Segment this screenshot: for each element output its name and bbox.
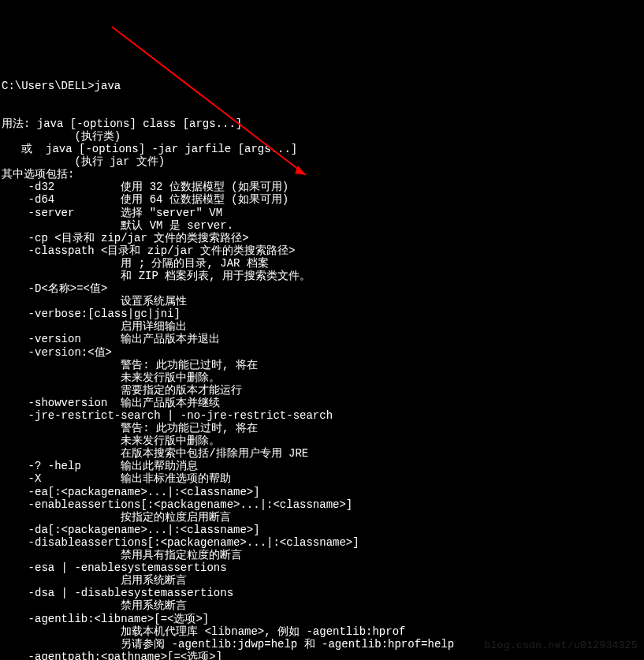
output-line: 启用系统断言: [2, 574, 642, 587]
output-line: 按指定的粒度启用断言: [2, 511, 642, 524]
output-line: -version:<值>: [2, 346, 642, 359]
output-line: -da[:<packagename>...|:<classname>]: [2, 524, 642, 536]
output-line: -classpath <目录和 zip/jar 文件的类搜索路径>: [2, 244, 642, 257]
output-line: -ea[:<packagename>...|:<classname>]: [2, 486, 642, 498]
output-line: 禁用具有指定粒度的断言: [2, 549, 642, 561]
output-line: 加载本机代理库 <libname>, 例如 -agentlib:hprof: [2, 625, 642, 638]
output-line: -dsa | -disablesystemassertions: [2, 587, 642, 599]
output-line: -showversion 输出产品版本并继续: [2, 397, 642, 409]
command-prompt-line: C:\Users\DELL>java: [2, 80, 642, 92]
output-line: 其中选项包括:: [2, 168, 642, 181]
output-line: 未来发行版中删除。: [2, 371, 642, 384]
output-line: -enableassertions[:<packagename>...|:<cl…: [2, 498, 642, 511]
output-line: -D<名称>=<值>: [2, 282, 642, 295]
terminal-output: C:\Users\DELL>java 用法: java [-options] c…: [0, 50, 644, 660]
output-line: 默认 VM 是 server.: [2, 219, 642, 232]
output-line: -agentlib:<libname>[=<选项>]: [2, 613, 642, 625]
output-line: 和 ZIP 档案列表, 用于搜索类文件。: [2, 270, 642, 282]
output-line: -? -help 输出此帮助消息: [2, 460, 642, 472]
output-line: 警告: 此功能已过时, 将在: [2, 422, 642, 434]
output-line: -verbose:[class|gc|jni]: [2, 308, 642, 320]
output-line: -cp <目录和 zip/jar 文件的类搜索路径>: [2, 232, 642, 244]
output-line: -d32 使用 32 位数据模型 (如果可用): [2, 181, 642, 193]
output-line: -d64 使用 64 位数据模型 (如果可用): [2, 193, 642, 206]
output-line: -X 输出非标准选项的帮助: [2, 472, 642, 485]
output-line: (执行 jar 文件): [2, 155, 642, 168]
output-line: 用 ; 分隔的目录, JAR 档案: [2, 257, 642, 270]
output-line: 设置系统属性: [2, 295, 642, 308]
output-line: 用法: java [-options] class [args...]: [2, 117, 642, 130]
output-line: 未来发行版中删除。: [2, 434, 642, 447]
output-line: -jre-restrict-search | -no-jre-restrict-…: [2, 409, 642, 422]
output-line: 禁用系统断言: [2, 599, 642, 612]
output-line: -disableassertions[:<packagename>...|:<c…: [2, 536, 642, 549]
output-line: -server 选择 "server" VM: [2, 207, 642, 219]
output-line: (执行类): [2, 130, 642, 143]
output-line: 启用详细输出: [2, 320, 642, 333]
output-line: 警告: 此功能已过时, 将在: [2, 359, 642, 371]
output-line: -version 输出产品版本并退出: [2, 333, 642, 345]
output-line: 在版本搜索中包括/排除用户专用 JRE: [2, 447, 642, 460]
output-lines: 用法: java [-options] class [args...] (执行类…: [2, 117, 642, 660]
watermark-text: blog.csdn.net/u012934325: [485, 640, 638, 652]
output-line: 或 java [-options] -jar jarfile [args...]: [2, 143, 642, 155]
output-line: -esa | -enablesystemassertions: [2, 561, 642, 574]
output-line: 需要指定的版本才能运行: [2, 384, 642, 397]
